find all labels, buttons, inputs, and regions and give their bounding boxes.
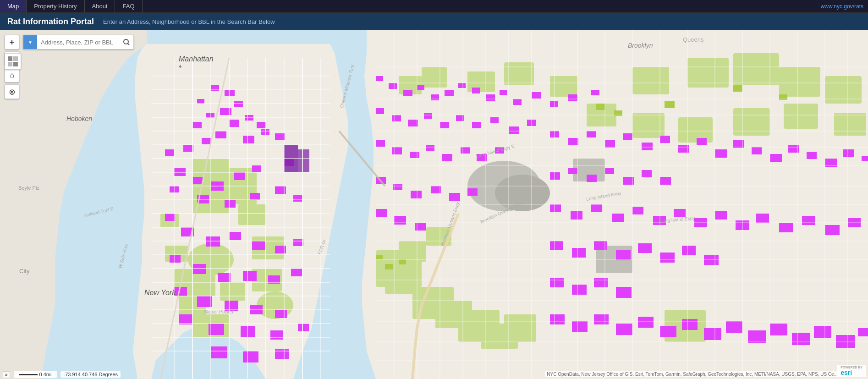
svg-rect-184	[802, 216, 815, 225]
svg-rect-127	[490, 117, 499, 123]
zoom-in-button[interactable]: +	[5, 35, 19, 49]
svg-rect-116	[532, 92, 541, 99]
svg-rect-139	[393, 184, 402, 190]
svg-rect-141	[431, 186, 441, 193]
svg-rect-23	[192, 122, 202, 128]
svg-rect-131	[392, 147, 402, 154]
tab-property-history[interactable]: Property History	[27, 0, 84, 12]
svg-text:Hoboken: Hoboken	[66, 115, 92, 122]
svg-rect-102	[733, 108, 770, 136]
svg-rect-144	[376, 209, 387, 217]
svg-rect-66	[241, 326, 255, 337]
svg-rect-201	[594, 314, 609, 324]
search-bar: ▼	[23, 35, 134, 49]
svg-rect-126	[472, 122, 481, 128]
svg-rect-156	[715, 149, 727, 158]
svg-rect-182	[756, 214, 769, 223]
svg-rect-12	[238, 204, 266, 225]
search-input[interactable]	[37, 39, 120, 46]
svg-text:Brooklyn: Brooklyn	[628, 42, 653, 49]
svg-rect-191	[638, 243, 652, 253]
svg-rect-151	[623, 133, 632, 140]
svg-text:Manhattan: Manhattan	[179, 55, 214, 63]
svg-rect-311	[13, 62, 18, 66]
svg-rect-64	[179, 314, 192, 324]
svg-rect-20	[234, 101, 243, 107]
svg-rect-53	[170, 255, 181, 263]
svg-rect-113	[486, 94, 495, 101]
status-bar: » 0.4mi -73.914 40.746 Degrees NYC OpenD…	[0, 370, 868, 379]
external-link[interactable]: www.nyc.gov/rats	[821, 3, 863, 10]
svg-rect-168	[605, 168, 614, 174]
svg-rect-49	[229, 232, 241, 240]
tab-map[interactable]: Map	[0, 0, 27, 12]
svg-text:Queens: Queens	[683, 36, 704, 43]
gps-button[interactable]: ◎	[5, 84, 19, 99]
svg-rect-192	[660, 253, 675, 263]
svg-rect-207	[726, 321, 742, 333]
svg-rect-130	[376, 140, 385, 147]
expand-button[interactable]: »	[3, 371, 10, 378]
svg-rect-54	[192, 264, 206, 274]
svg-rect-309	[13, 56, 18, 61]
svg-rect-145	[394, 216, 406, 225]
svg-rect-42	[225, 200, 236, 208]
search-submit-button[interactable]	[120, 35, 133, 49]
svg-rect-171	[660, 177, 671, 185]
svg-rect-124	[440, 122, 449, 128]
svg-rect-187	[550, 241, 563, 250]
svg-rect-308	[8, 56, 12, 61]
svg-rect-163	[843, 149, 854, 157]
scale-indicator: 0.4mi	[14, 371, 57, 378]
svg-rect-45	[293, 195, 302, 202]
coordinates-display: -73.914 40.746 Degrees	[60, 371, 121, 378]
svg-rect-67	[270, 330, 283, 340]
svg-rect-56	[243, 271, 257, 281]
search-dropdown-button[interactable]: ▼	[23, 35, 37, 49]
svg-rect-152	[642, 143, 653, 150]
map-attribution: NYC OpenData, New Jersey Office of GIS, …	[545, 371, 840, 377]
svg-rect-119	[591, 90, 599, 95]
svg-rect-94	[632, 67, 669, 94]
svg-rect-111	[458, 83, 466, 88]
svg-rect-26	[257, 122, 266, 128]
svg-rect-63	[275, 310, 287, 318]
svg-rect-180	[715, 211, 727, 220]
svg-rect-80	[385, 269, 417, 294]
svg-rect-214	[376, 255, 383, 259]
svg-rect-133	[426, 145, 434, 151]
svg-rect-109	[431, 94, 439, 100]
svg-text:Sticker Pocket: Sticker Pocket	[204, 309, 233, 314]
svg-rect-110	[445, 90, 454, 96]
svg-rect-210	[792, 333, 810, 345]
svg-rect-71	[275, 349, 289, 359]
svg-rect-185	[825, 225, 840, 235]
svg-rect-209	[770, 324, 787, 335]
svg-rect-97	[779, 67, 820, 97]
tab-faq[interactable]: FAQ	[115, 0, 142, 12]
svg-rect-176	[632, 207, 643, 214]
svg-rect-161	[807, 152, 817, 159]
svg-rect-60	[197, 296, 212, 307]
svg-rect-146	[415, 223, 426, 231]
svg-rect-206	[704, 328, 721, 340]
svg-rect-70	[243, 351, 258, 363]
svg-rect-29	[183, 145, 193, 152]
tab-about[interactable]: About	[85, 0, 115, 12]
svg-rect-198	[616, 287, 632, 298]
svg-rect-86	[399, 241, 426, 262]
svg-rect-193	[682, 246, 696, 255]
svg-rect-43	[250, 193, 260, 200]
svg-rect-68	[298, 324, 309, 331]
esri-logo: POWERED BY esri	[837, 365, 866, 377]
svg-rect-33	[165, 149, 174, 156]
svg-rect-112	[472, 88, 480, 93]
map-container[interactable]: Manhattan ♦ Hoboken New York City Boyle …	[0, 30, 868, 379]
svg-rect-32	[275, 133, 285, 140]
svg-rect-19	[197, 99, 204, 104]
svg-rect-46	[165, 214, 175, 221]
svg-rect-220	[733, 85, 742, 92]
svg-rect-121	[392, 115, 401, 121]
basemap-toggle-button[interactable]	[5, 53, 21, 70]
home-button[interactable]: ⌂	[5, 68, 19, 82]
